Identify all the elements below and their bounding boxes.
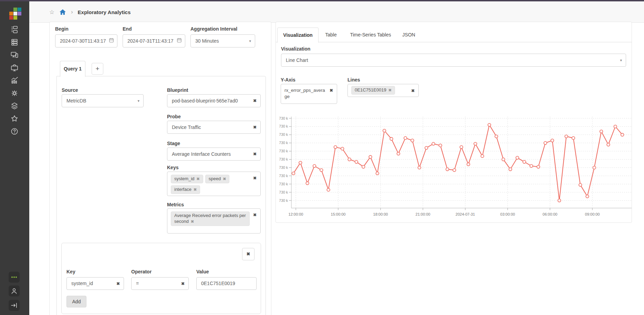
favorite-star-icon[interactable]: ☆ — [49, 9, 54, 16]
design-icon — [10, 51, 19, 59]
app-logo[interactable] — [9, 8, 22, 21]
calendar-icon[interactable] — [177, 35, 182, 47]
clear-probe-icon[interactable]: ✖ — [253, 121, 257, 133]
blueprint-select[interactable]: pod-based-blueprint-565e7ad0 ✖ — [167, 94, 261, 107]
lines-label: Lines — [347, 77, 360, 83]
resources-icon — [10, 64, 19, 72]
clear-y-axis-icon[interactable]: ✖ — [330, 88, 333, 93]
breadcrumb-separator-icon: › — [71, 9, 73, 15]
keys-label: Keys — [167, 165, 178, 170]
lines-multiselect[interactable]: 0E1C751E0019✖ ✖ — [347, 84, 419, 97]
probe-select[interactable]: Device Traffic ✖ — [167, 121, 261, 134]
logo-square — [9, 16, 13, 20]
remove-tag-icon[interactable]: ✖ — [223, 177, 226, 181]
blueprint-label: Blueprint — [167, 87, 188, 93]
logo-square — [13, 16, 17, 20]
remove-tag-icon[interactable]: ✖ — [194, 187, 197, 192]
tag-chip: system_id✖ — [171, 175, 203, 183]
line-chart-svg: 730 k730 k730 k730 k730 k730 k730 k730 k… — [278, 114, 632, 219]
filter-operator-select[interactable]: = ✖ — [131, 277, 189, 290]
stage-label: Stage — [167, 141, 180, 146]
sidebar-item-platform[interactable] — [10, 102, 19, 110]
page-title: Exploratory Analytics — [78, 9, 131, 15]
tag-chip: interface✖ — [171, 185, 200, 194]
visualization-select[interactable]: Line Chart ▾ — [281, 54, 626, 67]
platform-icon — [10, 102, 19, 110]
sidebar-user-button[interactable] — [9, 285, 20, 296]
remove-tag-icon[interactable]: ✖ — [191, 219, 194, 224]
svg-text:730 k: 730 k — [279, 182, 288, 186]
sidebar-item-design[interactable] — [10, 51, 19, 59]
user-icon — [10, 287, 18, 295]
clear-keys-icon[interactable]: ✖ — [253, 176, 257, 181]
source-select[interactable]: MetricDB ▾ — [62, 94, 144, 107]
tab-json[interactable]: JSON — [399, 28, 418, 42]
source-label: Source — [62, 87, 78, 93]
calendar-icon[interactable] — [109, 35, 114, 47]
end-input[interactable]: 2024-07-31T11:43:17 — [123, 34, 185, 47]
sidebar-item-favorites[interactable] — [10, 115, 19, 123]
logo-square — [18, 12, 21, 15]
query-builder-panel: Begin 2024-07-30T11:43:17 End 2024-07-31… — [49, 22, 271, 315]
svg-text:2024-07-31: 2024-07-31 — [456, 212, 475, 216]
home-icon[interactable] — [59, 9, 66, 15]
clear-filter-key-icon[interactable]: ✖ — [116, 278, 120, 290]
sidebar — [0, 1, 29, 315]
tab-visualization[interactable]: Visualization — [277, 28, 319, 43]
results-panel: VisualizationTableTime-Series TablesJSON… — [276, 22, 632, 223]
svg-text:15:00:00: 15:00:00 — [331, 212, 346, 216]
keys-multiselect[interactable]: system_id✖speed✖interface✖ ✖ — [167, 172, 261, 196]
favorites-icon — [10, 115, 19, 123]
sidebar-more-button[interactable] — [9, 272, 20, 283]
clear-filter-operator-icon[interactable]: ✖ — [181, 278, 185, 290]
sidebar-item-resources[interactable] — [10, 64, 19, 72]
clear-stage-icon[interactable]: ✖ — [253, 148, 257, 160]
svg-text:06:00:00: 06:00:00 — [543, 212, 558, 216]
remove-tag-icon[interactable]: ✖ — [388, 88, 392, 92]
begin-input[interactable]: 2024-07-30T11:43:17 — [55, 34, 117, 47]
logo-square — [13, 8, 17, 11]
analytics-icon — [10, 76, 19, 85]
staged-icon — [10, 89, 19, 97]
filter-key-label: Key — [66, 269, 75, 274]
svg-text:730 k: 730 k — [279, 124, 288, 128]
sidebar-collapse-button[interactable] — [9, 300, 20, 311]
collapse-icon — [10, 301, 18, 309]
more-icon — [10, 273, 18, 281]
tag-chip: speed✖ — [205, 175, 230, 183]
add-query-tab-button[interactable]: + — [92, 63, 103, 75]
y-axis-select[interactable]: rx_error_pps_average ✖ — [281, 84, 337, 104]
filter-operator-label: Operator — [131, 269, 152, 274]
stage-select[interactable]: Average Interface Counters ✖ — [167, 148, 261, 161]
tab-time-series-tables[interactable]: Time-Series Tables — [345, 28, 396, 42]
svg-text:730 k: 730 k — [279, 198, 288, 203]
svg-text:730 k: 730 k — [279, 190, 288, 194]
aggregation-interval-select[interactable]: 30 Minutes ▾ — [190, 34, 255, 47]
remove-filter-button[interactable]: ✖ — [242, 248, 255, 260]
filter-key-select[interactable]: system_id ✖ — [66, 277, 124, 290]
tab-table[interactable]: Table — [320, 28, 342, 42]
clear-lines-icon[interactable]: ✖ — [411, 88, 415, 93]
sidebar-item-devices[interactable] — [10, 38, 19, 46]
aggregation-interval-label: Aggregation Interval — [190, 26, 237, 32]
y-axis-label: Y-Axis — [281, 77, 295, 83]
visualization-label: Visualization — [281, 46, 310, 52]
logo-square — [13, 12, 17, 15]
sidebar-item-help[interactable] — [10, 127, 19, 135]
help-icon — [10, 127, 19, 135]
y-axis-value: rx_error_pps_average — [284, 87, 326, 99]
metrics-label: Metrics — [167, 202, 184, 207]
remove-tag-icon[interactable]: ✖ — [197, 177, 200, 181]
sidebar-item-analytics[interactable] — [10, 76, 19, 85]
clear-metrics-icon[interactable]: ✖ — [253, 213, 257, 217]
add-filter-button[interactable]: Add — [66, 296, 86, 307]
filter-value-input[interactable]: 0E1C751E0019 — [196, 277, 257, 290]
line-chart: 730 k730 k730 k730 k730 k730 k730 k730 k… — [278, 114, 632, 219]
clear-blueprint-icon[interactable]: ✖ — [253, 95, 257, 107]
tab-query-1[interactable]: Query 1 — [60, 61, 85, 77]
sidebar-item-staged[interactable] — [10, 89, 19, 97]
metrics-multiselect[interactable]: Average Received error packets per secon… — [167, 208, 261, 233]
svg-text:03:00:00: 03:00:00 — [500, 212, 515, 216]
sidebar-item-blueprints[interactable] — [10, 25, 19, 34]
tag-chip: Average Received error packets per secon… — [171, 211, 250, 226]
